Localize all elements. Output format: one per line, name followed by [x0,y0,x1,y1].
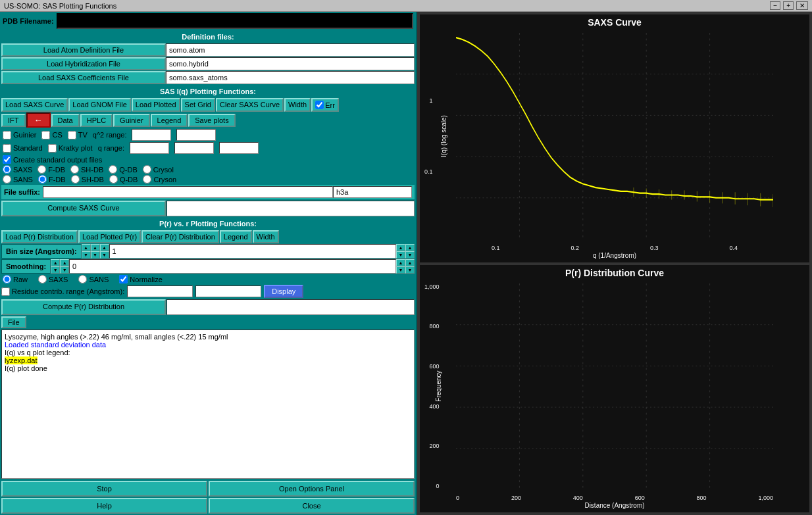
smooth-down-1[interactable]: ▼ [51,266,60,274]
q-range-input-1[interactable] [130,142,169,154]
binsize-spin-left-3[interactable]: ▲ ▼ [100,244,109,258]
smoothing-spin-1[interactable]: ▲ ▼ [51,259,60,274]
smooth-down-2[interactable]: ▼ [60,266,69,274]
sans-norm-radio-label[interactable]: SANS [78,275,109,283]
load-plotted-btn[interactable]: Load Plotted [132,98,180,112]
qdb2-radio[interactable] [109,175,118,184]
binsize-input[interactable] [109,244,396,258]
minimize-btn[interactable]: − [770,1,780,10]
cryson-radio-label[interactable]: Cryson [143,175,176,184]
sans-norm-radio[interactable] [78,275,87,283]
smooth-right-down-2[interactable]: ▼ [405,266,415,274]
pr-width-btn[interactable]: Width [253,230,279,243]
binsize-down-2[interactable]: ▼ [91,251,100,258]
cs-checkbox[interactable] [41,131,50,139]
qdb1-radio[interactable] [109,165,117,174]
q2-range-input-2[interactable] [176,129,216,141]
fdb2-radio-label[interactable]: F-DB [38,175,66,184]
compute-saxs-btn[interactable]: Compute SAXS Curve [1,201,166,216]
binsize-right-down-2[interactable]: ▼ [405,251,415,258]
kratky-check-label[interactable]: Kratky plot [48,144,93,153]
clear-pr-dist-btn[interactable]: Clear P(r) Distribution [141,230,219,243]
residue-input-1[interactable] [127,285,193,297]
saxs-radio[interactable] [3,165,11,174]
save-plots-btn[interactable]: Save plots [188,114,235,127]
tv-checkbox[interactable] [68,131,76,139]
data-btn[interactable]: Data [51,114,80,127]
err-checkbox[interactable]: Err [311,98,339,112]
saxs-norm-radio-label[interactable]: SAXS [38,275,68,283]
saxs-norm-radio[interactable] [38,275,47,283]
set-grid-btn[interactable]: Set Grid [181,98,215,112]
smooth-up-2[interactable]: ▲ [60,259,69,266]
compute-pr-btn[interactable]: Compute P(r) Distribution [1,299,166,315]
load-atom-def-btn[interactable]: Load Atom Definition File [1,43,166,57]
create-std-label[interactable]: Create standard output files [3,155,102,164]
create-std-checkbox[interactable] [3,155,11,164]
arrow-btn[interactable]: ← [26,112,51,128]
q-range-input-3[interactable] [219,142,259,154]
smooth-right-up-1[interactable]: ▲ [396,259,405,266]
load-saxs-coeff-btn[interactable]: Load SAXS Coefficients File [1,71,166,84]
smoothing-spin-2[interactable]: ▲ ▼ [60,259,69,274]
cryson-radio[interactable] [143,175,151,184]
ift-btn[interactable]: IFT [1,114,26,127]
raw-radio-label[interactable]: Raw [3,275,28,283]
crysol-radio[interactable] [143,165,151,174]
sans-radio-label[interactable]: SANS [3,175,33,184]
residue-check-label[interactable]: Residue contrib. range (Angstrom): [1,287,124,296]
close-btn[interactable]: Close [209,498,415,514]
display-btn[interactable]: Display [264,285,303,298]
shdb2-radio-label[interactable]: SH-DB [71,175,104,184]
qdb1-radio-label[interactable]: Q-DB [109,165,138,174]
legend-saxs-btn[interactable]: Legend [151,114,188,127]
binsize-right-up-1[interactable]: ▲ [396,244,405,251]
load-hybrid-btn[interactable]: Load Hybridization File [1,57,166,70]
binsize-up-1[interactable]: ▲ [82,244,91,251]
residue-input-2[interactable] [195,285,261,297]
smooth-up-1[interactable]: ▲ [51,259,60,266]
guinier-check-label[interactable]: Guinier [3,131,36,139]
smooth-right-up-2[interactable]: ▲ [405,259,415,266]
binsize-down-1[interactable]: ▼ [82,251,91,258]
load-gnom-file-btn[interactable]: Load GNOM File [68,98,131,112]
load-saxs-curve-btn[interactable]: Load SAXS Curve [1,98,68,112]
file-btn[interactable]: File [1,316,26,328]
stop-btn[interactable]: Stop [1,481,207,497]
binsize-down-3[interactable]: ▼ [100,251,109,258]
fdb2-radio[interactable] [38,175,47,184]
width-btn[interactable]: Width [284,98,311,112]
standard-check-label[interactable]: Standard [3,144,43,153]
binsize-spin-right-2[interactable]: ▲ ▼ [405,244,415,258]
compute-pr-input[interactable] [166,299,415,315]
titlebar-controls[interactable]: − + ✕ [770,1,808,10]
file-suffix-input-1[interactable] [43,186,333,198]
compute-saxs-input[interactable] [166,201,415,216]
guinier-btn[interactable]: Guinier [113,114,149,127]
smoothing-input[interactable] [69,259,396,274]
help-btn[interactable]: Help [1,498,207,514]
sans-radio[interactable] [3,175,11,184]
standard-checkbox[interactable] [3,144,11,153]
hplc-btn[interactable]: HPLC [80,114,113,127]
residue-checkbox[interactable] [1,287,10,296]
file-suffix-input-2[interactable] [333,186,412,198]
fdb1-radio-label[interactable]: F-DB [38,165,65,174]
shdb1-radio-label[interactable]: SH-DB [70,165,103,174]
load-pr-dist-btn[interactable]: Load P(r) Distribution [1,230,78,243]
binsize-spin-left-2[interactable]: ▲ ▼ [91,244,100,258]
binsize-spin-right-1[interactable]: ▲ ▼ [396,244,405,258]
clear-saxs-curve-btn[interactable]: Clear SAXS Curve [216,98,284,112]
pr-legend-btn[interactable]: Legend [220,230,252,243]
kratky-checkbox[interactable] [48,144,57,153]
smoothing-spin-right-2[interactable]: ▲ ▼ [405,259,415,274]
tv-check-label[interactable]: TV [68,131,88,139]
err-check[interactable] [315,101,324,109]
normalize-checkbox[interactable] [119,275,128,283]
shdb1-radio[interactable] [70,165,79,174]
binsize-spin-left-1[interactable]: ▲ ▼ [82,244,91,258]
shdb2-radio[interactable] [71,175,80,184]
cs-check-label[interactable]: CS [41,131,62,139]
close-window-btn[interactable]: ✕ [796,1,808,10]
binsize-right-down-1[interactable]: ▼ [396,251,405,258]
